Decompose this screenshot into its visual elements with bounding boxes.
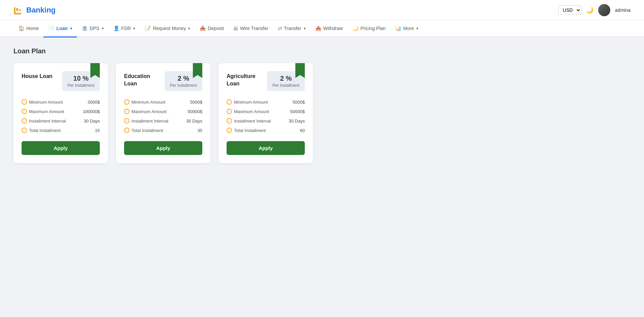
main-content: Loan Plan House Loan 10 % Per Installmen… [0, 37, 644, 173]
logo-icon [13, 5, 24, 16]
nav-more-label: More [403, 26, 414, 31]
nav-deposit[interactable]: 📥 Deposit [195, 20, 228, 37]
house-loan-total-value: 15 [95, 128, 100, 133]
check-icon [22, 109, 27, 114]
education-loan-total-value: 35 [198, 128, 202, 133]
agriculture-loan-min-amount-label: Minimum Amount [227, 99, 268, 105]
page-title: Loan Plan [13, 47, 631, 55]
house-loan-apply-button[interactable]: Apply [22, 141, 100, 155]
education-loan-rate-value: 2 % [170, 75, 197, 82]
wire-transfer-icon: 🏛 [233, 26, 238, 31]
nav-request-money-label: Request Money [153, 26, 186, 31]
education-loan-details: Minimum Amount 5000$ Maximum Amount 5000… [124, 99, 202, 133]
education-loan-min-amount-row: Minimum Amount 5000$ [124, 99, 202, 105]
nav-fdr[interactable]: 👤 FDR ▾ [109, 20, 140, 37]
nav-fdr-label: FDR [121, 26, 131, 31]
check-icon [227, 128, 232, 133]
agriculture-loan-total-row: Total Installment 60 [227, 128, 305, 133]
loan-chevron-icon: ▾ [70, 26, 72, 31]
check-icon [22, 128, 27, 133]
check-icon [124, 128, 129, 133]
nav-home-label: Home [26, 26, 39, 31]
request-money-chevron-icon: ▾ [188, 26, 190, 31]
check-icon [22, 99, 27, 105]
check-icon [124, 118, 129, 124]
house-loan-max-amount-row: Maximum Amount 100000$ [22, 109, 100, 114]
house-loan-min-amount-label: Minimum Amount [22, 99, 63, 105]
avatar-image [598, 4, 610, 16]
check-icon [124, 99, 129, 105]
education-loan-header: Education Loan 2 % Per Installment [124, 71, 202, 91]
nav-dps[interactable]: 🏦 DPS ▾ [77, 20, 109, 37]
education-loan-apply-button[interactable]: Apply [124, 141, 202, 155]
house-loan-total-label: Total Installment [22, 128, 61, 133]
check-icon [227, 109, 232, 114]
agriculture-loan-card: Agriculture Loan 2 % Per Installment Min… [218, 63, 313, 163]
house-loan-rate-label: Per Installment [67, 83, 94, 88]
agriculture-loan-max-amount-label: Maximum Amount [227, 109, 269, 114]
nav-loan-label: Loan [56, 26, 67, 31]
education-loan-rate-label: Per Installment [170, 83, 197, 88]
agriculture-loan-details: Minimum Amount 5000$ Maximum Amount 5000… [227, 99, 305, 133]
fdr-chevron-icon: ▾ [133, 26, 135, 31]
more-chevron-icon: ▾ [416, 26, 418, 31]
education-loan-interval-row: Installment Interval 30 Days [124, 118, 202, 124]
house-loan-max-amount-label: Maximum Amount [22, 109, 64, 114]
nav-transfer[interactable]: ⇄ Transfer ▾ [273, 20, 311, 37]
nav-pricing-plan-label: Pricing Plan [360, 26, 386, 31]
loan-cards-container: House Loan 10 % Per Installment Minimum … [13, 63, 631, 163]
agriculture-loan-header: Agriculture Loan 2 % Per Installment [227, 71, 305, 91]
education-loan-interval-label: Installment Interval [124, 118, 168, 124]
house-loan-header: House Loan 10 % Per Installment [22, 71, 100, 91]
check-icon [227, 118, 232, 124]
nav-request-money[interactable]: 📝 Request Money ▾ [140, 20, 195, 37]
agriculture-loan-interval-label: Installment Interval [227, 118, 271, 124]
nav-withdraw-label: Withdraw [323, 26, 343, 31]
house-loan-interval-value: 30 Days [84, 118, 100, 124]
transfer-chevron-icon: ▾ [304, 26, 306, 31]
avatar [598, 4, 610, 16]
agriculture-loan-total-label: Total Installment [227, 128, 266, 133]
nav-more[interactable]: 📊 More ▾ [390, 20, 423, 37]
logo[interactable]: Banking [13, 5, 56, 16]
education-loan-interval-value: 30 Days [186, 118, 202, 124]
check-icon [124, 109, 129, 114]
request-money-icon: 📝 [145, 25, 151, 31]
dark-mode-icon[interactable]: 🌙 [586, 6, 593, 14]
education-loan-card: Education Loan 2 % Per Installment Minim… [116, 63, 210, 163]
home-icon: 🏠 [18, 25, 25, 31]
header-right: USD EUR GBP 🌙 admina [558, 4, 631, 16]
agriculture-loan-min-amount-row: Minimum Amount 5000$ [227, 99, 305, 105]
nav-dps-label: DPS [90, 26, 99, 31]
house-loan-card: House Loan 10 % Per Installment Minimum … [13, 63, 108, 163]
education-loan-max-amount-label: Maximum Amount [124, 109, 167, 114]
loan-icon: 📄 [48, 25, 55, 31]
nav-transfer-label: Transfer [284, 26, 301, 31]
nav-loan[interactable]: 📄 Loan ▾ [43, 20, 77, 37]
house-loan-max-amount-value: 100000$ [83, 109, 100, 114]
nav-home[interactable]: 🏠 Home [13, 20, 43, 37]
dps-chevron-icon: ▾ [102, 26, 104, 31]
svg-rect-2 [16, 8, 18, 11]
house-loan-interval-row: Installment Interval 30 Days [22, 118, 100, 124]
education-loan-title: Education Loan [124, 71, 161, 88]
agriculture-loan-max-amount-row: Maximum Amount 50000$ [227, 109, 305, 114]
agriculture-loan-apply-button[interactable]: Apply [227, 141, 305, 155]
currency-selector[interactable]: USD EUR GBP [558, 5, 581, 15]
agriculture-loan-min-amount-value: 5000$ [293, 100, 305, 105]
transfer-icon: ⇄ [278, 25, 282, 31]
svg-rect-3 [19, 9, 21, 11]
deposit-icon: 📥 [200, 25, 206, 31]
house-loan-rate-value: 10 % [67, 75, 94, 82]
check-icon [227, 99, 232, 105]
nav-pricing-plan[interactable]: 🌙 Pricing Plan [348, 20, 390, 37]
nav-wire-transfer[interactable]: 🏛 Wire Transfer [229, 20, 273, 37]
admin-name: admina [615, 7, 631, 13]
agriculture-loan-rate-value: 2 % [272, 75, 299, 82]
house-loan-min-amount-value: 3000$ [88, 100, 100, 105]
nav-withdraw[interactable]: 📤 Withdraw [311, 20, 348, 37]
more-icon: 📊 [395, 25, 402, 31]
nav-deposit-label: Deposit [208, 26, 224, 31]
agriculture-loan-total-value: 60 [300, 128, 305, 133]
agriculture-loan-interval-value: 30 Days [289, 118, 305, 124]
